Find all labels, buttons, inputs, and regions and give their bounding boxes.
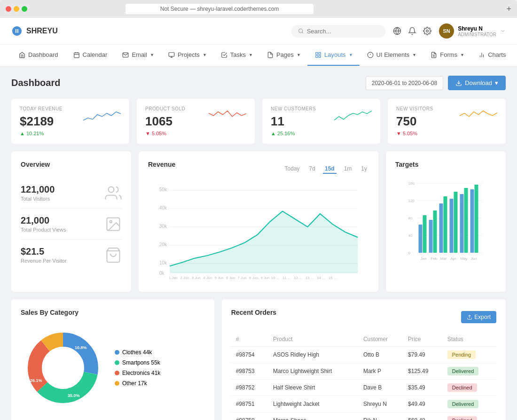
orders-table: # Product Customer Price Status #98754 A… [231,332,496,420]
smartpons-label: Smartpons 55k [122,359,160,366]
donut-legend: Clothes 44k Smartpons 55k Electronics 41… [115,349,160,387]
stat-visitors-label: NEW VISITORS [396,106,433,111]
nav-ui-elements[interactable]: UI Elements ▾ [360,45,423,66]
order-price: $35.49 [403,380,443,396]
nav-pages[interactable]: Pages ▾ [259,45,307,66]
tab-15d[interactable]: 15d [323,164,337,174]
legend-electronics: Electronics 41k [115,370,160,376]
tab-today[interactable]: Today [283,164,302,174]
stat-visitors-value: 750 [396,114,433,129]
gear-icon[interactable] [423,27,431,35]
ui-icon [367,52,374,58]
orders-title: Recent Orders [231,309,276,316]
svg-rect-9 [169,52,174,56]
revenue-title: Revenue [148,161,175,168]
nav-tables[interactable]: Tables ▾ [513,45,517,66]
svg-text:14 ...: 14 ... [317,276,325,279]
targets-title: Targets [395,161,496,168]
order-price: $49.49 [403,396,443,412]
targets-card: Targets 160 120 80 40 0 [386,151,506,292]
search-input[interactable] [307,28,379,35]
stat-sold-value: 1065 [145,114,185,129]
nav-email[interactable]: Email ▾ [115,45,161,66]
tab-1m[interactable]: 1m [342,164,354,174]
svg-text:30k: 30k [159,224,167,229]
nav-charts-label: Charts [488,51,506,58]
nav-forms[interactable]: Forms ▾ [423,45,471,66]
home-icon [19,52,25,58]
export-button[interactable]: Export [461,311,496,323]
electronics-label: Electronics 41k [122,370,160,376]
maximize-dot[interactable] [22,6,27,12]
svg-text:2 Jun: 2 Jun [180,276,189,279]
svg-text:Mar: Mar [440,257,447,261]
order-product: Lightweight Jacket [268,396,359,412]
other-dot [115,381,119,386]
download-button[interactable]: Download ▾ [448,76,506,90]
svg-point-4 [426,30,429,32]
projects-icon [168,52,175,58]
ui-chevron: ▾ [413,52,415,57]
logo: SHREYU [11,25,58,37]
search-bar[interactable] [291,25,385,38]
email-chevron: ▾ [151,52,153,57]
svg-text:9 Jun: 9 Jun [260,276,269,279]
svg-rect-14 [319,55,321,57]
bell-icon[interactable] [408,27,416,35]
globe-icon[interactable] [393,27,401,35]
svg-text:26.1%: 26.1% [30,378,42,383]
nav-projects[interactable]: Projects ▾ [161,45,213,66]
revenue-header: Revenue Today 7d 15d 1m 1y [148,161,369,178]
nav-calendar[interactable]: Calendar [66,45,115,66]
main-nav: Dashboard Calendar Email ▾ Projects ▾ [0,45,517,66]
svg-text:4 Jun: 4 Jun [203,276,212,279]
user-details: Shreyu N ADMINISTRATOR [458,25,496,37]
close-dot[interactable] [6,6,11,12]
table-header-row: # Product Customer Price Status [231,332,496,347]
svg-rect-70 [439,203,443,253]
browser-url: Not Secure — shreyu-laravel.coderthemes.… [125,4,313,14]
donut-container: 28.0% 35.0% 26.1% 10.8% Clothes 44k Smar… [21,326,205,410]
date-range-picker[interactable]: 2020-06-01 to 2020-06-08 [366,76,443,90]
status-badge-delivered: Delivered [447,400,478,408]
main-content: Dashboard 2020-06-01 to 2020-06-08 Downl… [0,66,517,420]
user-info[interactable]: SN Shreyu N ADMINISTRATOR [439,23,506,39]
col-price: Price [403,332,443,347]
svg-rect-73 [454,192,458,253]
nav-tasks-label: Tasks [230,51,246,58]
table-row: #98750 Marco Shoes Rik N $69.49 Declined [231,412,496,420]
stat-sold-info: PRODUCT SOLD 1065 ▼ 5.05% [145,106,185,136]
stat-revenue-value: $2189 [20,114,63,129]
app-container: SHREYU SN Shreyu N AD [0,18,517,420]
order-customer: Rik N [359,412,403,420]
nav-dashboard[interactable]: Dashboard [11,45,66,66]
order-customer: Dave B [359,380,403,396]
pages-chevron: ▾ [298,52,300,57]
svg-rect-71 [444,196,447,253]
order-status: Delivered [443,396,496,412]
smartpons-dot [115,360,119,365]
minimize-dot[interactable] [14,6,19,12]
overview-rpv-value: $21.5 [21,246,67,257]
order-id: #98753 [231,363,268,380]
donut-chart-svg: 28.0% 35.0% 26.1% 10.8% [21,326,105,410]
nav-layouts[interactable]: Layouts ▾ [307,45,360,66]
download-chevron: ▾ [495,79,498,86]
svg-text:10 ...: 10 ... [271,276,279,279]
new-tab-button[interactable]: + [506,4,511,14]
nav-tasks[interactable]: Tasks ▾ [213,45,259,66]
tab-7d[interactable]: 7d [307,164,317,174]
orders-card: Recent Orders Export # Product Customer [222,299,506,420]
order-id: #98752 [231,380,268,396]
nav-pages-label: Pages [276,51,294,58]
order-price: $69.49 [403,412,443,420]
svg-text:Feb: Feb [431,257,438,261]
revenue-sparkline [83,106,121,125]
user-name: Shreyu N [458,25,496,32]
tab-1y[interactable]: 1y [359,164,369,174]
svg-rect-66 [419,225,423,253]
stat-customers-value: 11 [271,114,316,129]
svg-point-27 [110,220,112,223]
nav-charts[interactable]: Charts [471,45,513,66]
stat-revenue-change: ▲ 10.21% [20,131,63,136]
